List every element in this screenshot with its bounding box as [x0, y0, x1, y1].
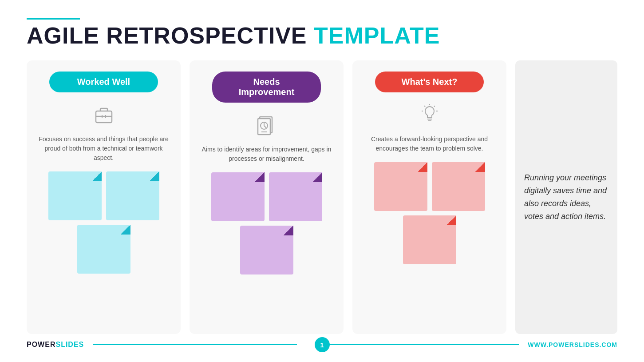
- worked-well-button[interactable]: Worked Well: [49, 72, 158, 92]
- needs-improvement-notes: [198, 172, 335, 274]
- worked-well-notes: [36, 171, 172, 274]
- footer-line-right: [315, 344, 519, 345]
- notes-row-2: [361, 215, 498, 264]
- main-content: Worked Well Focuses on success and thing…: [27, 60, 617, 334]
- brand-colored: SLIDES: [55, 341, 84, 348]
- header: AGILE RETROSPECTIVE TEMPLATE: [27, 18, 617, 47]
- notes-row-2: [36, 225, 172, 274]
- lightbulb-icon: [418, 101, 441, 128]
- whats-next-notes: [361, 162, 498, 264]
- side-note-box: Running your meetings digitally saves ti…: [515, 60, 617, 334]
- footer: POWERSLIDES 1 WWW.POWERSLIDES.COM: [27, 334, 617, 349]
- sticky-note: [269, 172, 322, 221]
- worked-well-description: Focuses on success and things that peopl…: [36, 135, 172, 163]
- accent-line: [27, 18, 80, 20]
- title-colored: TEMPLATE: [314, 23, 440, 48]
- whats-next-description: Creates a forward-looking perspective an…: [361, 135, 498, 153]
- column-worked-well: Worked Well Focuses on success and thing…: [27, 60, 181, 334]
- sticky-note: [106, 171, 159, 220]
- notes-row-2: [198, 226, 335, 274]
- svg-line-11: [434, 106, 435, 107]
- svg-line-12: [424, 106, 425, 107]
- needs-improvement-button[interactable]: Needs Improvement: [212, 72, 321, 103]
- footer-brand: POWERSLIDES: [27, 341, 84, 349]
- sticky-note: [240, 226, 293, 274]
- whats-next-button[interactable]: What's Next?: [375, 72, 484, 92]
- page-title: AGILE RETROSPECTIVE TEMPLATE: [27, 24, 617, 47]
- column-whats-next: What's Next? Creates a forward-looking p…: [352, 60, 506, 334]
- footer-line-left: [93, 344, 297, 345]
- sticky-note: [77, 225, 130, 274]
- title-black: AGILE RETROSPECTIVE: [27, 23, 314, 48]
- notes-row-1: [198, 172, 335, 221]
- side-note-text: Running your meetings digitally saves ti…: [524, 171, 608, 223]
- chart-report-icon: [255, 111, 278, 138]
- footer-url: WWW.POWERSLIDES.COM: [528, 341, 617, 348]
- briefcase-icon: [92, 101, 115, 128]
- sticky-note: [211, 172, 265, 221]
- sticky-note: [403, 215, 456, 264]
- notes-row-1: [361, 162, 498, 211]
- notes-row-1: [36, 171, 172, 220]
- page: AGILE RETROSPECTIVE TEMPLATE Worked Well…: [0, 0, 644, 362]
- sticky-note: [48, 171, 102, 220]
- sticky-note: [432, 162, 485, 211]
- page-number: 1: [315, 337, 330, 352]
- sticky-note: [374, 162, 427, 211]
- column-needs-improvement: Needs Improvement Aims to identify areas…: [190, 60, 344, 334]
- brand-black: POWER: [27, 341, 55, 348]
- needs-improvement-description: Aims to identify areas for improvement, …: [198, 145, 335, 163]
